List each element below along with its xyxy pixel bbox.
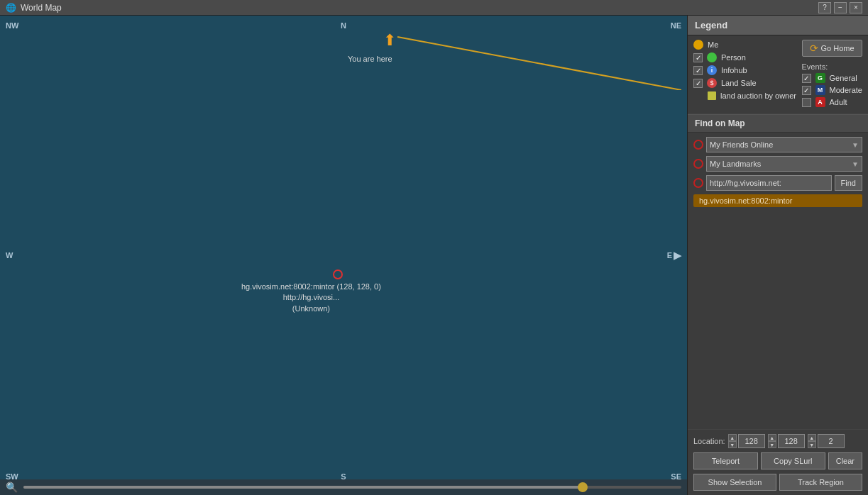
adult-label: Adult [830,98,847,106]
find-circle-1 [693,140,703,150]
event-row-moderate: M Moderate [802,85,862,95]
location-url: http://hg.vivosi... [241,292,381,303]
compass-e: E ▶ [667,250,681,261]
find-result: hg.vivosim.net:8002:mintor [693,194,862,207]
teleport-button[interactable]: Teleport [693,452,758,469]
find-circle-3 [693,178,703,188]
find-text-input[interactable] [706,175,832,191]
x-spinners: ▲ ▼ [728,434,737,448]
find-row-landmarks: My Landmarks ▼ [693,156,862,172]
find-row-friends: My Friends Online ▼ [693,137,862,152]
z-coord-group: ▲ ▼ [808,434,845,448]
action-buttons-row: Teleport Copy SLurl Clear [693,452,862,469]
compass-ne: NE [671,21,681,30]
legend-row-me: Me [693,40,802,50]
landsale-label: Land Sale [721,79,757,87]
diagonal-line [383,33,681,90]
general-label: General [830,74,857,82]
infohub-checkbox[interactable] [693,66,703,75]
minimize-button[interactable]: − [834,2,847,13]
legend-body: Me Person i Infohub [688,35,868,114]
person-label: Person [721,53,746,62]
dropdown2-arrow-icon: ▼ [852,160,859,168]
landmarks-dropdown-label: My Landmarks [710,160,761,168]
moderate-icon: M [815,85,825,95]
friends-dropdown-label: My Friends Online [710,140,773,149]
moderate-checkbox[interactable] [802,86,811,95]
clear-button[interactable]: Clear [828,452,862,469]
events-label: Events: [802,62,862,71]
legend-right-col: ⟳ Go Home Events: G General [802,40,862,109]
legend-row-landauction: land auction by owner [693,91,802,101]
landauction-label: land auction by owner [720,91,796,101]
compass-n: N [341,21,346,30]
show-selection-button[interactable]: Show Selection [693,474,776,491]
z-down-button[interactable]: ▼ [808,441,816,448]
legend-row-person: Person [693,52,802,62]
landauction-icon [708,91,716,100]
location-label: Location: [693,437,725,445]
map-bottom-bar: 🔍 [0,479,687,495]
go-home-icon: ⟳ [810,43,818,54]
x-up-button[interactable]: ▲ [728,434,737,441]
z-up-button[interactable]: ▲ [808,434,816,441]
infohub-icon: i [707,65,717,75]
close-button[interactable]: × [850,2,862,13]
event-row-general: G General [802,73,862,83]
go-home-label: Go Home [821,44,855,52]
zoom-slider[interactable] [23,486,681,489]
zoom-out-icon: 🔍 [6,482,18,493]
person-icon [707,52,717,62]
find-circle-2 [693,159,703,169]
legend-row-landsale: $ Land Sale [693,78,802,88]
person-checkbox[interactable] [693,53,703,62]
you-are-here-label: You are here [348,55,392,63]
events-section: Events: G General M Moderate [802,62,862,109]
location-marker [333,269,343,279]
north-arrow-icon: ⬆ [383,31,396,50]
landmarks-dropdown[interactable]: My Landmarks ▼ [706,156,862,172]
main-content: NW N NE W E ▶ SW S SE ⬆ You are here hg.… [0,16,868,495]
track-region-button[interactable]: Track Region [779,474,862,491]
location-row: Location: ▲ ▼ ▲ ▼ [693,434,862,448]
landsale-checkbox[interactable] [693,79,703,88]
svg-line-0 [397,37,681,90]
marker-circle [333,269,343,279]
app-icon: 🌐 [6,3,16,13]
zoom-thumb[interactable] [578,482,588,492]
adult-checkbox[interactable] [802,98,811,107]
friends-dropdown[interactable]: My Friends Online ▼ [706,137,862,152]
map-area[interactable]: NW N NE W E ▶ SW S SE ⬆ You are here hg.… [0,16,687,495]
bottom-row-last: Show Selection Track Region [693,474,862,491]
location-coords: hg.vivosim.net:8002:mintor (128, 128, 0) [241,282,381,292]
y-down-button[interactable]: ▼ [768,441,776,448]
compass-nw: NW [6,21,18,30]
x-down-button[interactable]: ▼ [728,441,737,448]
z-input[interactable] [818,434,845,448]
infohub-label: Infohub [721,66,747,74]
find-row-input: Find [693,175,862,191]
go-home-button[interactable]: ⟳ Go Home [802,40,862,57]
me-icon [693,40,703,50]
y-input[interactable] [778,434,805,448]
adult-icon: A [815,97,825,107]
title-bar: 🌐 World Map ? − × [0,0,868,16]
y-up-button[interactable]: ▲ [768,434,776,441]
x-coord-group: ▲ ▼ [728,434,765,448]
right-panel: Legend Me Person [687,16,868,495]
y-spinners: ▲ ▼ [768,434,776,448]
y-coord-group: ▲ ▼ [768,434,805,448]
x-input[interactable] [738,434,765,448]
general-icon: G [815,73,825,83]
location-status: (Unknown) [241,304,381,314]
find-button[interactable]: Find [835,175,862,191]
dropdown1-arrow-icon: ▼ [852,141,859,149]
find-on-map-body: My Friends Online ▼ My Landmarks ▼ Find … [688,133,868,211]
find-on-map-header: Find on Map [688,114,868,133]
location-info: hg.vivosim.net:8002:mintor (128, 128, 0)… [241,282,381,314]
panel-bottom: Location: ▲ ▼ ▲ ▼ [688,429,868,495]
copy-slurl-button[interactable]: Copy SLurl [761,452,825,469]
help-button[interactable]: ? [818,2,831,13]
me-label: Me [708,40,718,49]
general-checkbox[interactable] [802,74,811,83]
